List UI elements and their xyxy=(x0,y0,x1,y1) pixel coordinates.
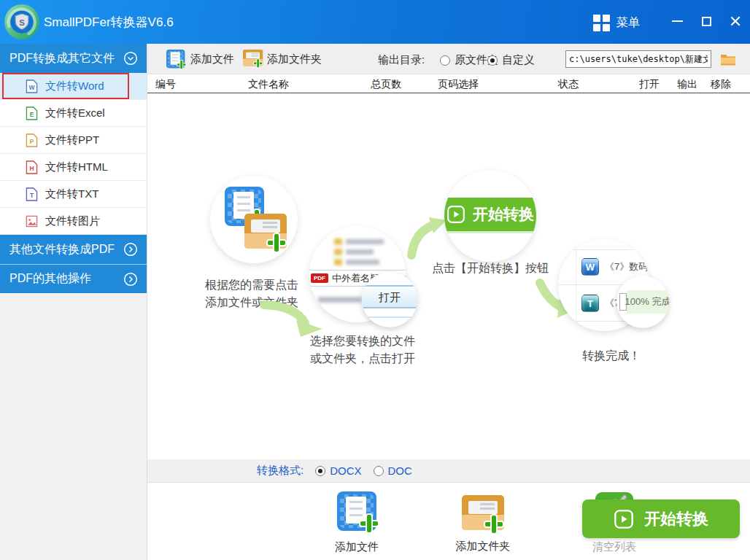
format-label: 转换格式: xyxy=(257,464,304,478)
result-row1-text: 《7》数码拓 xyxy=(605,260,650,273)
docx-label: DOCX xyxy=(330,464,361,477)
pdf-badge-icon: PDF xyxy=(311,273,328,283)
app-title: SmallPDFer转换器V6.6 xyxy=(44,14,174,31)
word-file-icon: W xyxy=(26,79,38,93)
close-icon xyxy=(730,15,741,27)
ppt-file-icon: P xyxy=(26,133,38,147)
radio-icon xyxy=(440,55,450,66)
add-folder-icon xyxy=(243,50,262,69)
txt-result-icon: T xyxy=(581,295,599,312)
word-result-icon: W xyxy=(581,258,599,276)
col-open: 打开 xyxy=(639,78,660,91)
sidebar-section-pdf-ops[interactable]: PDF的其他操作 xyxy=(0,264,147,293)
bottom-add-file-button[interactable]: 添加文件 xyxy=(317,491,397,554)
minimize-icon xyxy=(672,20,683,22)
sidebar-item-label: 文件转PPT xyxy=(45,133,99,147)
section-label: PDF的其他操作 xyxy=(9,271,91,287)
start-convert-banner: 开始转换 xyxy=(444,198,536,231)
start-convert-label: 开始转换 xyxy=(644,508,708,530)
radio-icon xyxy=(374,466,384,476)
open-button: 打开 xyxy=(362,288,417,308)
sidebar-section-other-to-pdf[interactable]: 其他文件转换成PDF xyxy=(0,235,147,264)
radio-selected-icon xyxy=(315,466,325,476)
step4-progress-circle: 100% 完成 xyxy=(616,276,669,328)
section-label: PDF转换成其它文件 xyxy=(9,51,115,66)
sidebar-item-txt[interactable]: T 文件转TXT xyxy=(0,181,147,208)
add-file-label: 添加文件 xyxy=(190,52,234,66)
col-status: 状态 xyxy=(558,78,579,91)
col-number: 编号 xyxy=(155,78,176,91)
toolbar: 添加文件 添加文件夹 输出目录: 原文件夹 自定义 xyxy=(147,44,750,74)
step3-caption: 点击【开始转换】按钮 xyxy=(403,260,578,277)
doc-label: DOC xyxy=(388,464,412,477)
folder-plus-icon xyxy=(244,214,287,249)
sidebar-item-html[interactable]: H 文件转HTML xyxy=(0,154,147,181)
svg-text:P: P xyxy=(30,138,34,145)
add-folder-button[interactable]: 添加文件夹 xyxy=(243,50,322,69)
blurred-folder-list xyxy=(334,235,384,265)
output-dir-label: 输出目录: xyxy=(378,53,425,67)
play-icon xyxy=(614,509,634,529)
sidebar-item-label: 文件转HTML xyxy=(45,160,108,174)
html-file-icon: H xyxy=(26,160,38,174)
col-remove: 移除 xyxy=(711,78,731,91)
add-folder-label: 添加文件夹 xyxy=(267,52,322,66)
arrow-up-right-icon xyxy=(404,216,448,261)
col-page-select: 页码选择 xyxy=(438,78,479,91)
radio-selected-icon xyxy=(487,55,498,66)
radio-custom-label: 自定义 xyxy=(502,53,535,67)
col-output: 输出 xyxy=(677,78,697,91)
minimize-button[interactable] xyxy=(666,12,688,31)
add-file-icon xyxy=(337,491,376,531)
output-path-input[interactable] xyxy=(565,50,711,68)
svg-text:T: T xyxy=(30,192,34,199)
bottom-add-folder-button[interactable]: 添加文件夹 xyxy=(443,491,523,553)
add-folder-label: 添加文件夹 xyxy=(443,540,523,553)
chevron-right-icon xyxy=(123,242,138,257)
sidebar-item-ppt[interactable]: P 文件转PPT xyxy=(0,127,147,154)
bottom-bar: 添加文件 添加文件夹 清空列表 xyxy=(147,483,750,560)
sidebar-item-label: 文件转图片 xyxy=(45,214,100,228)
step2-open-circle: 打开 xyxy=(362,272,417,327)
section-label: 其他文件转换成PDF xyxy=(9,242,115,257)
browse-folder-icon[interactable] xyxy=(719,50,737,68)
maximize-button[interactable] xyxy=(695,12,717,31)
sidebar-item-word[interactable]: W 文件转Word xyxy=(0,73,147,100)
svg-text:W: W xyxy=(28,84,35,91)
sidebar-item-image[interactable]: 文件转图片 xyxy=(0,208,147,235)
format-option-doc[interactable]: DOC xyxy=(374,464,412,477)
radio-custom[interactable]: 自定义 xyxy=(487,53,535,67)
add-file-button[interactable]: 添加文件 xyxy=(166,50,234,69)
col-pages: 总页数 xyxy=(371,78,401,91)
sidebar-item-label: 文件转Excel xyxy=(45,106,105,120)
format-option-docx[interactable]: DOCX xyxy=(315,464,361,477)
add-file-icon xyxy=(166,50,185,69)
file-table-header: 编号 文件名称 总页数 页码选择 状态 打开 输出 移除 xyxy=(147,74,750,93)
maximize-icon xyxy=(702,17,711,26)
progress-complete-badge: 100% 完成 xyxy=(627,290,669,314)
close-button[interactable] xyxy=(724,12,746,31)
start-convert-button[interactable]: 开始转换 xyxy=(582,499,740,538)
format-bar: 转换格式: DOCX DOC xyxy=(147,459,750,483)
step3-circle: 开始转换 xyxy=(444,170,536,262)
app-window: S SmallPDFer转换器V6.6 菜单 PDF转换成其它文件 W 文件转W… xyxy=(0,0,750,560)
sidebar-item-excel[interactable]: E 文件转Excel xyxy=(0,100,147,127)
menu-button[interactable]: 菜单 xyxy=(616,15,640,31)
tutorial-area: 根据您的需要点击 添加文件或文件夹 PDF 中外着名疑 (*.pdf,*.. xyxy=(147,93,750,459)
sidebar: PDF转换成其它文件 W 文件转Word E 文件转Excel xyxy=(0,44,147,560)
add-file-label: 添加文件 xyxy=(317,540,397,554)
step2-caption: 选择您要转换的文件 或文件夹，点击打开 xyxy=(275,332,450,368)
arrow-down-right-icon xyxy=(258,298,325,338)
menu-grid-icon[interactable] xyxy=(593,15,610,31)
sidebar-section-pdf-to-other[interactable]: PDF转换成其它文件 xyxy=(0,44,147,73)
add-folder-icon xyxy=(462,491,504,530)
image-file-icon xyxy=(26,214,38,228)
title-bar: S SmallPDFer转换器V6.6 菜单 xyxy=(0,0,750,44)
chevron-down-icon xyxy=(123,51,138,66)
excel-file-icon: E xyxy=(26,106,38,120)
clear-list-label: 清空列表 xyxy=(574,540,654,554)
col-filename: 文件名称 xyxy=(248,78,289,91)
sidebar-item-label: 文件转Word xyxy=(45,79,104,93)
step1-circle xyxy=(210,176,298,263)
svg-text:S: S xyxy=(19,18,25,27)
